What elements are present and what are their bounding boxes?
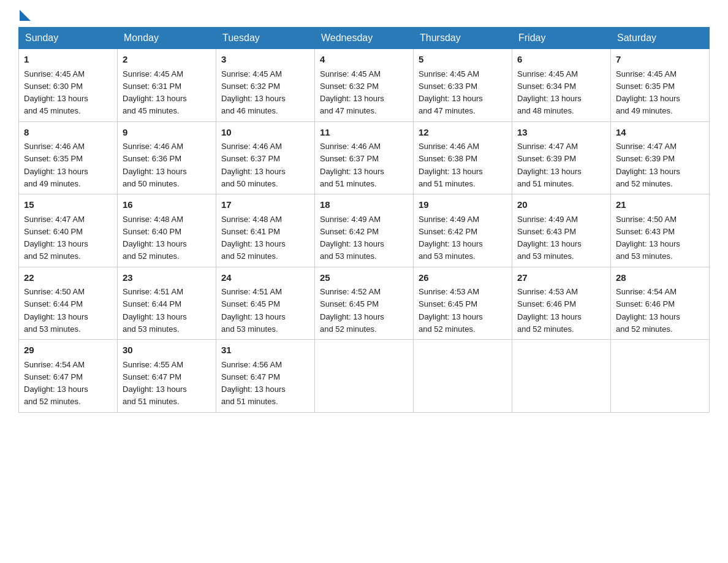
- day-info: Sunrise: 4:46 AMSunset: 6:38 PMDaylight:…: [419, 142, 483, 188]
- calendar-cell: 13 Sunrise: 4:47 AMSunset: 6:39 PMDaylig…: [512, 121, 611, 194]
- day-info: Sunrise: 4:45 AMSunset: 6:30 PMDaylight:…: [24, 69, 88, 116]
- calendar-cell: 24 Sunrise: 4:51 AMSunset: 6:45 PMDaylig…: [216, 267, 315, 340]
- day-number: 7: [616, 53, 704, 67]
- calendar-cell: 31 Sunrise: 4:56 AMSunset: 6:47 PMDaylig…: [216, 340, 315, 413]
- calendar-cell: 28 Sunrise: 4:54 AMSunset: 6:46 PMDaylig…: [611, 267, 710, 340]
- calendar-cell: 6 Sunrise: 4:45 AMSunset: 6:34 PMDayligh…: [512, 49, 611, 122]
- day-info: Sunrise: 4:49 AMSunset: 6:42 PMDaylight:…: [419, 215, 483, 261]
- calendar-cell: 21 Sunrise: 4:50 AMSunset: 6:43 PMDaylig…: [611, 194, 710, 267]
- weekday-header-wednesday: Wednesday: [315, 28, 414, 49]
- day-number: 4: [320, 53, 408, 67]
- day-info: Sunrise: 4:45 AMSunset: 6:32 PMDaylight:…: [320, 69, 384, 116]
- day-info: Sunrise: 4:47 AMSunset: 6:39 PMDaylight:…: [517, 142, 582, 188]
- day-number: 28: [616, 271, 704, 285]
- day-number: 6: [517, 53, 605, 67]
- day-info: Sunrise: 4:45 AMSunset: 6:31 PMDaylight:…: [123, 69, 187, 116]
- day-number: 16: [123, 198, 211, 212]
- calendar-cell: [512, 340, 611, 413]
- day-number: 8: [24, 126, 112, 140]
- day-number: 25: [320, 271, 408, 285]
- calendar-cell: 12 Sunrise: 4:46 AMSunset: 6:38 PMDaylig…: [414, 121, 512, 194]
- calendar-week-2: 8 Sunrise: 4:46 AMSunset: 6:35 PMDayligh…: [19, 121, 710, 194]
- calendar-cell: 8 Sunrise: 4:46 AMSunset: 6:35 PMDayligh…: [19, 121, 118, 194]
- day-info: Sunrise: 4:45 AMSunset: 6:33 PMDaylight:…: [419, 69, 483, 116]
- day-info: Sunrise: 4:48 AMSunset: 6:41 PMDaylight:…: [221, 215, 286, 261]
- day-number: 15: [24, 198, 112, 212]
- day-info: Sunrise: 4:54 AMSunset: 6:46 PMDaylight:…: [616, 287, 680, 334]
- calendar-cell: 3 Sunrise: 4:45 AMSunset: 6:32 PMDayligh…: [216, 49, 315, 122]
- day-info: Sunrise: 4:51 AMSunset: 6:45 PMDaylight:…: [221, 287, 286, 334]
- day-number: 5: [419, 53, 507, 67]
- calendar-cell: 2 Sunrise: 4:45 AMSunset: 6:31 PMDayligh…: [118, 49, 216, 122]
- day-number: 10: [221, 126, 309, 140]
- day-info: Sunrise: 4:45 AMSunset: 6:34 PMDaylight:…: [517, 69, 582, 116]
- day-info: Sunrise: 4:46 AMSunset: 6:37 PMDaylight:…: [320, 142, 384, 188]
- calendar-cell: 1 Sunrise: 4:45 AMSunset: 6:30 PMDayligh…: [19, 49, 118, 122]
- calendar-cell: 4 Sunrise: 4:45 AMSunset: 6:32 PMDayligh…: [315, 49, 414, 122]
- day-number: 17: [221, 198, 309, 212]
- logo-triangle-icon: [20, 10, 31, 21]
- day-info: Sunrise: 4:49 AMSunset: 6:43 PMDaylight:…: [517, 215, 582, 261]
- day-number: 1: [24, 53, 112, 67]
- calendar-cell: 14 Sunrise: 4:47 AMSunset: 6:39 PMDaylig…: [611, 121, 710, 194]
- day-number: 24: [221, 271, 309, 285]
- calendar-cell: 19 Sunrise: 4:49 AMSunset: 6:42 PMDaylig…: [414, 194, 512, 267]
- day-info: Sunrise: 4:47 AMSunset: 6:40 PMDaylight:…: [24, 215, 88, 261]
- day-info: Sunrise: 4:49 AMSunset: 6:42 PMDaylight:…: [320, 215, 384, 261]
- day-number: 29: [24, 343, 112, 358]
- day-info: Sunrise: 4:46 AMSunset: 6:36 PMDaylight:…: [123, 142, 187, 188]
- calendar-cell: 5 Sunrise: 4:45 AMSunset: 6:33 PMDayligh…: [414, 49, 512, 122]
- day-info: Sunrise: 4:46 AMSunset: 6:35 PMDaylight:…: [24, 142, 88, 188]
- day-number: 26: [419, 271, 507, 285]
- day-info: Sunrise: 4:51 AMSunset: 6:44 PMDaylight:…: [123, 287, 187, 334]
- day-number: 12: [419, 126, 507, 140]
- calendar-cell: 16 Sunrise: 4:48 AMSunset: 6:40 PMDaylig…: [118, 194, 216, 267]
- day-info: Sunrise: 4:48 AMSunset: 6:40 PMDaylight:…: [123, 215, 187, 261]
- calendar-cell: 30 Sunrise: 4:55 AMSunset: 6:47 PMDaylig…: [118, 340, 216, 413]
- weekday-header-saturday: Saturday: [611, 28, 710, 49]
- day-info: Sunrise: 4:56 AMSunset: 6:47 PMDaylight:…: [221, 360, 286, 407]
- day-number: 23: [123, 271, 211, 285]
- day-info: Sunrise: 4:45 AMSunset: 6:35 PMDaylight:…: [616, 69, 680, 116]
- day-info: Sunrise: 4:46 AMSunset: 6:37 PMDaylight:…: [221, 142, 286, 188]
- calendar-cell: [414, 340, 512, 413]
- calendar-cell: 9 Sunrise: 4:46 AMSunset: 6:36 PMDayligh…: [118, 121, 216, 194]
- day-number: 9: [123, 126, 211, 140]
- day-info: Sunrise: 4:53 AMSunset: 6:45 PMDaylight:…: [419, 287, 483, 334]
- day-number: 31: [221, 343, 309, 358]
- day-info: Sunrise: 4:52 AMSunset: 6:45 PMDaylight:…: [320, 287, 384, 334]
- day-number: 13: [517, 126, 605, 140]
- day-info: Sunrise: 4:54 AMSunset: 6:47 PMDaylight:…: [24, 360, 88, 407]
- day-number: 22: [24, 271, 112, 285]
- day-number: 14: [616, 126, 704, 140]
- day-number: 3: [221, 53, 309, 67]
- calendar-cell: 18 Sunrise: 4:49 AMSunset: 6:42 PMDaylig…: [315, 194, 414, 267]
- calendar-table: SundayMondayTuesdayWednesdayThursdayFrid…: [18, 27, 710, 413]
- day-number: 20: [517, 198, 605, 212]
- calendar-cell: 27 Sunrise: 4:53 AMSunset: 6:46 PMDaylig…: [512, 267, 611, 340]
- day-info: Sunrise: 4:50 AMSunset: 6:44 PMDaylight:…: [24, 287, 88, 334]
- day-number: 18: [320, 198, 408, 212]
- calendar-cell: [611, 340, 710, 413]
- day-number: 21: [616, 198, 704, 212]
- calendar-week-1: 1 Sunrise: 4:45 AMSunset: 6:30 PMDayligh…: [19, 49, 710, 122]
- weekday-header-thursday: Thursday: [414, 28, 512, 49]
- day-number: 11: [320, 126, 408, 140]
- day-number: 27: [517, 271, 605, 285]
- calendar-cell: 17 Sunrise: 4:48 AMSunset: 6:41 PMDaylig…: [216, 194, 315, 267]
- calendar-cell: 11 Sunrise: 4:46 AMSunset: 6:37 PMDaylig…: [315, 121, 414, 194]
- calendar-cell: 23 Sunrise: 4:51 AMSunset: 6:44 PMDaylig…: [118, 267, 216, 340]
- calendar-cell: 26 Sunrise: 4:53 AMSunset: 6:45 PMDaylig…: [414, 267, 512, 340]
- calendar-cell: 29 Sunrise: 4:54 AMSunset: 6:47 PMDaylig…: [19, 340, 118, 413]
- day-number: 19: [419, 198, 507, 212]
- calendar-cell: 22 Sunrise: 4:50 AMSunset: 6:44 PMDaylig…: [19, 267, 118, 340]
- day-number: 30: [123, 343, 211, 358]
- day-info: Sunrise: 4:50 AMSunset: 6:43 PMDaylight:…: [616, 215, 680, 261]
- day-info: Sunrise: 4:47 AMSunset: 6:39 PMDaylight:…: [616, 142, 680, 188]
- weekday-header-sunday: Sunday: [19, 28, 118, 49]
- weekday-header-friday: Friday: [512, 28, 611, 49]
- calendar-cell: 7 Sunrise: 4:45 AMSunset: 6:35 PMDayligh…: [611, 49, 710, 122]
- calendar-cell: 20 Sunrise: 4:49 AMSunset: 6:43 PMDaylig…: [512, 194, 611, 267]
- calendar-cell: [315, 340, 414, 413]
- day-number: 2: [123, 53, 211, 67]
